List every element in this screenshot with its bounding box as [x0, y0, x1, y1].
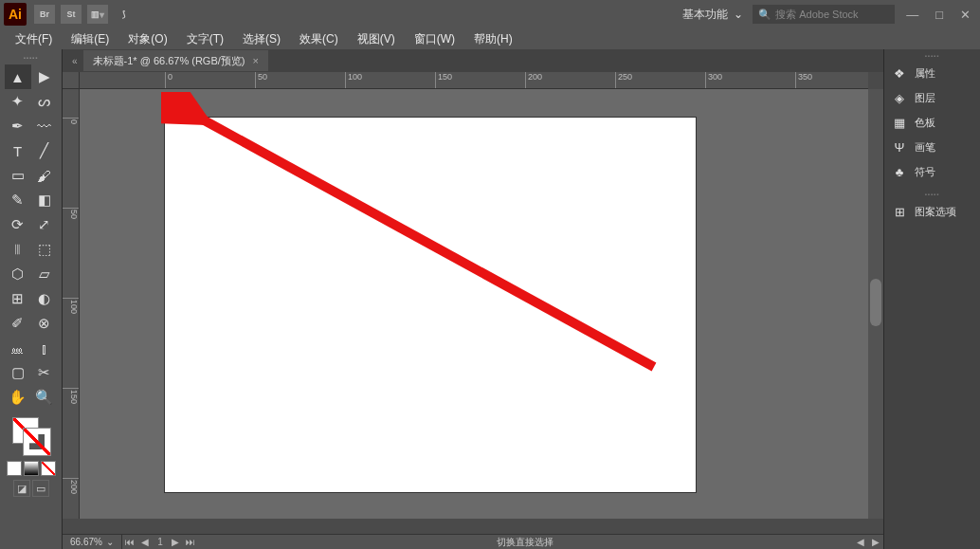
color-mode-none[interactable] — [41, 461, 56, 476]
menu-select[interactable]: 选择(S) — [233, 31, 290, 47]
tool-curvature[interactable]: 〰 — [31, 114, 58, 138]
tool-pencil[interactable]: ✎ — [5, 188, 31, 212]
tool-type[interactable]: T — [5, 138, 31, 163]
tool-mesh[interactable]: ⊞ — [5, 286, 31, 311]
menu-bar: 文件(F) 编辑(E) 对象(O) 文字(T) 选择(S) 效果(C) 视图(V… — [0, 28, 980, 49]
tool-blend[interactable]: ⊗ — [31, 311, 58, 336]
draw-mode-button[interactable]: ◪ — [13, 480, 30, 497]
search-placeholder: 搜索 Adobe Stock — [775, 8, 858, 22]
ruler-tick: 50 — [63, 208, 79, 255]
tool-scale[interactable]: ⤢ — [31, 212, 58, 237]
arrange-docs-button[interactable]: ▥▾ — [87, 5, 108, 24]
zoom-value: 66.67% — [70, 537, 102, 547]
tool-shape-builder[interactable]: ⬡ — [5, 262, 31, 286]
tool-width[interactable]: ⫴ — [5, 237, 31, 262]
color-mode-color[interactable] — [7, 461, 22, 476]
tools-panel: ▪▪▪▪▪ ▲▶✦ᔕ✒〰T╱▭🖌✎◧⟳⤢⫴⬚⬡▱⊞◐✐⊗⅏⫿▢✂✋🔍 ◪ ▭ — [0, 49, 63, 549]
pattern-options-icon: ⊞ — [892, 205, 907, 219]
screen-mode-button[interactable]: ▭ — [32, 480, 49, 497]
menu-edit[interactable]: 编辑(E) — [62, 31, 118, 47]
tool-symbol-sprayer[interactable]: ⅏ — [5, 336, 31, 360]
tool-gradient[interactable]: ◐ — [31, 286, 58, 311]
tool-pen[interactable]: ✒ — [5, 114, 31, 138]
ruler-tick: 0 — [165, 72, 172, 88]
vertical-ruler[interactable]: 050100150200 — [63, 89, 80, 519]
artboard-prev-button[interactable]: ◀ — [137, 537, 153, 547]
scroll-left-button[interactable]: ◀ — [853, 537, 868, 547]
tool-zoom[interactable]: 🔍 — [31, 385, 58, 410]
tool-rectangle[interactable]: ▭ — [5, 163, 31, 188]
artboard-first-button[interactable]: ⏮ — [122, 537, 137, 547]
collapse-toolbox-chevron[interactable]: « — [66, 56, 83, 66]
tool-hand[interactable]: ✋ — [5, 385, 31, 410]
menu-help[interactable]: 帮助(H) — [464, 31, 522, 47]
tool-lasso[interactable]: ᔕ — [31, 89, 58, 114]
menu-file[interactable]: 文件(F) — [6, 31, 62, 47]
canvas[interactable] — [80, 89, 868, 519]
panel-grip-icon[interactable]: ▪▪▪▪▪ — [12, 55, 50, 61]
panel-grip-icon[interactable]: ▪▪▪▪▪ — [884, 53, 980, 59]
horizontal-ruler[interactable]: 050100150200250300350 — [80, 72, 868, 89]
chevron-down-icon: ⌄ — [106, 537, 114, 547]
menu-effect[interactable]: 效果(C) — [290, 31, 348, 47]
scroll-right-button[interactable]: ▶ — [868, 537, 883, 547]
panel-tab-label: 符号 — [915, 165, 935, 179]
stock-button[interactable]: St — [61, 5, 82, 24]
document-tab-title: 未标题-1* @ 66.67% (RGB/预览) — [93, 54, 245, 68]
tool-column-graph[interactable]: ⫿ — [31, 336, 58, 360]
gpu-preview-button[interactable]: ⟆ — [114, 5, 135, 24]
ruler-tick: 200 — [525, 72, 542, 88]
tool-perspective[interactable]: ▱ — [31, 262, 58, 286]
fill-stroke-control[interactable] — [10, 415, 52, 457]
artboard[interactable] — [165, 118, 696, 492]
tool-line[interactable]: ╱ — [31, 138, 58, 163]
artboard-next-button[interactable]: ▶ — [168, 537, 183, 547]
menu-type[interactable]: 文字(T) — [177, 31, 233, 47]
artboard-number[interactable]: 1 — [153, 537, 168, 547]
workspace-switcher[interactable]: 基本功能 ⌄ — [673, 7, 753, 23]
close-button[interactable]: ✕ — [960, 8, 971, 22]
tool-magic-wand[interactable]: ✦ — [5, 89, 31, 114]
tool-rotate[interactable]: ⟳ — [5, 212, 31, 237]
vertical-scrollbar[interactable] — [868, 89, 883, 519]
app-logo: Ai — [4, 3, 27, 26]
minimize-button[interactable]: — — [906, 8, 918, 22]
document-tab[interactable]: 未标题-1* @ 66.67% (RGB/预览) × — [83, 50, 268, 71]
panel-tab-layers[interactable]: ◈图层 — [884, 85, 980, 110]
tool-eyedropper[interactable]: ✐ — [5, 311, 31, 336]
tool-selection[interactable]: ▲ — [5, 64, 31, 89]
chevron-down-icon: ⌄ — [734, 8, 743, 21]
brushes-icon: Ψ — [892, 140, 907, 155]
status-hint: 切换直接选择 — [198, 536, 853, 549]
color-mode-row — [7, 461, 56, 476]
artboard-last-button[interactable]: ⏭ — [183, 537, 198, 547]
tool-direct-selection[interactable]: ▶ — [31, 64, 58, 89]
panel-tab-properties[interactable]: ❖属性 — [884, 61, 980, 85]
bridge-button[interactable]: Br — [34, 5, 55, 24]
ruler-tick: 100 — [63, 298, 79, 345]
panel-tab-swatches[interactable]: ▦色板 — [884, 110, 980, 135]
tool-slice[interactable]: ✂ — [31, 360, 58, 385]
stroke-swatch[interactable] — [24, 429, 50, 455]
menu-object[interactable]: 对象(O) — [118, 31, 176, 47]
panel-tab-label: 属性 — [915, 66, 935, 81]
tool-paintbrush[interactable]: 🖌 — [31, 163, 58, 188]
tool-free-transform[interactable]: ⬚ — [31, 237, 58, 262]
stock-search-input[interactable]: 🔍 搜索 Adobe Stock — [753, 5, 895, 24]
scrollbar-thumb[interactable] — [870, 279, 881, 326]
color-mode-gradient[interactable] — [24, 461, 39, 476]
tool-artboard[interactable]: ▢ — [5, 360, 31, 385]
panel-grip-icon[interactable]: ▪▪▪▪▪ — [884, 192, 980, 197]
close-tab-icon[interactable]: × — [253, 55, 259, 66]
panel-tab-pattern-options[interactable]: ⊞图案选项 — [884, 199, 980, 224]
zoom-level-dropdown[interactable]: 66.67% ⌄ — [63, 535, 122, 549]
ruler-tick: 350 — [795, 72, 812, 88]
panel-tab-brushes[interactable]: Ψ画笔 — [884, 135, 980, 159]
menu-view[interactable]: 视图(V) — [348, 31, 405, 47]
ruler-origin[interactable] — [63, 72, 80, 89]
app-titlebar: Ai Br St ▥▾ ⟆ 基本功能 ⌄ 🔍 搜索 Adobe Stock — … — [0, 0, 980, 28]
maximize-button[interactable]: □ — [935, 8, 943, 22]
menu-window[interactable]: 窗口(W) — [405, 31, 464, 47]
panel-tab-symbols[interactable]: ♣符号 — [884, 159, 980, 184]
tool-eraser[interactable]: ◧ — [31, 188, 58, 212]
